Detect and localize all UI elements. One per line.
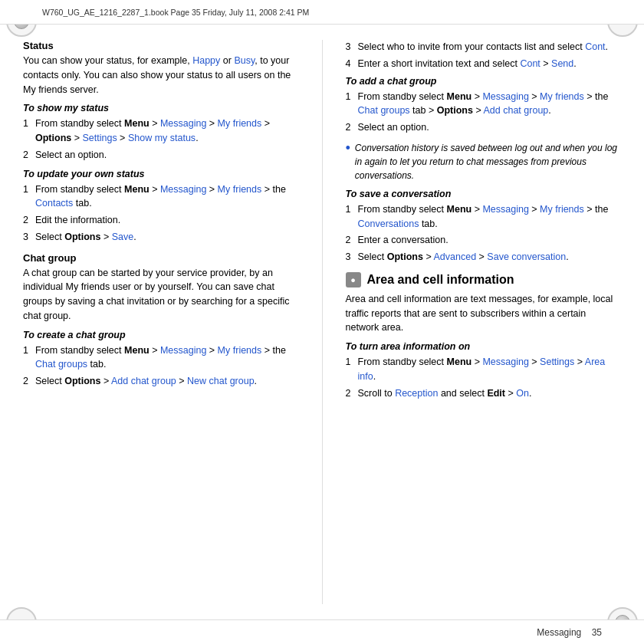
update-status-heading: To update your own status	[23, 169, 299, 179]
show-status-heading: To show my status	[23, 103, 299, 113]
show-status-step-1: 1 From standby select Menu > Messaging >…	[23, 117, 299, 146]
create-chat-group-heading: To create a chat group	[23, 330, 299, 340]
update-status-step-2: 2 Edit the information.	[23, 213, 299, 228]
top-bar: W760_UG_AE_1216_2287_1.book Page 35 Frid…	[0, 0, 644, 25]
chat-group-body: A chat group can be started by your serv…	[23, 266, 299, 324]
area-cell-body: Area and cell information are text messa…	[346, 292, 622, 335]
note-bullet-icon: •	[346, 141, 350, 182]
update-status-step-1: 1 From standby select Menu > Messaging >…	[23, 182, 299, 212]
save-conv-step-1: 1 From standby select Menu > Messaging >…	[346, 202, 622, 232]
status-heading: Status	[23, 40, 299, 51]
create-chat-group-step-2: 2 Select Options > Add chat group > New …	[23, 374, 299, 389]
save-conv-step-2: 2 Enter a conversation.	[346, 233, 622, 248]
area-cell-heading-text: Area and cell information	[367, 273, 514, 287]
happy-link: Happy	[192, 55, 220, 66]
show-status-step-2: 2 Select an option.	[23, 148, 299, 163]
add-chat-group-heading: To add a chat group	[346, 76, 622, 87]
chat-group-heading: Chat group	[23, 252, 299, 264]
invite-step-4: 4 Enter a short invitation text and sele…	[346, 57, 622, 71]
note-text: Conversation history is saved between lo…	[355, 141, 621, 182]
left-column: Status You can show your status, for exa…	[23, 40, 307, 604]
column-divider	[322, 40, 323, 604]
invite-step-3: 3 Select who to invite from your contact…	[346, 40, 622, 54]
update-status-step-3: 3 Select Options > Save.	[23, 230, 299, 245]
add-chat-group-step-2: 2 Select an option.	[346, 120, 622, 135]
section-label: Messaging	[537, 627, 581, 638]
status-body: You can show your status, for example, H…	[23, 54, 299, 97]
add-chat-group-step-1: 1 From standby select Menu > Messaging >…	[346, 90, 622, 119]
note-block: • Conversation history is saved between …	[346, 141, 622, 182]
save-conv-step-3: 3 Select Options > Advanced > Save conve…	[346, 250, 622, 264]
area-info-step-2: 2 Scroll to Reception and select Edit > …	[346, 386, 622, 401]
save-conversation-heading: To save a conversation	[346, 189, 622, 199]
area-info-step-1: 1 From standby select Menu > Messaging >…	[346, 355, 622, 384]
main-content: Status You can show your status, for exa…	[0, 25, 644, 619]
top-bar-text: W760_UG_AE_1216_2287_1.book Page 35 Frid…	[42, 8, 602, 17]
right-column: 3 Select who to invite from your contact…	[338, 40, 622, 604]
turn-area-info-heading: To turn area information on	[346, 341, 622, 352]
create-chat-group-step-1: 1 From standby select Menu > Messaging >…	[23, 343, 299, 373]
page-number: 35	[592, 627, 602, 638]
bottom-bar: Messaging 35	[0, 619, 644, 644]
busy-link: Busy	[234, 55, 255, 66]
page-info: Messaging 35	[537, 627, 602, 638]
area-cell-icon: ●	[346, 272, 361, 288]
area-cell-section-heading: ● Area and cell information	[346, 272, 622, 288]
